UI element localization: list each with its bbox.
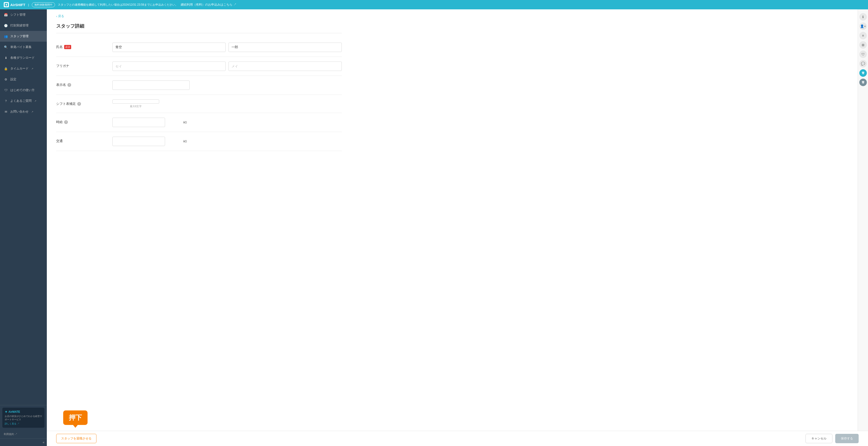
add-user-button[interactable]: 👤+: [859, 23, 867, 30]
hourly-wage-inputs: ¥0: [112, 118, 342, 127]
page-title: スタッフ詳細: [56, 23, 342, 33]
sidebar-item-設定[interactable]: ⚙ 設定: [0, 74, 47, 85]
chat-button[interactable]: 💬: [859, 60, 867, 67]
airmate-link[interactable]: 詳しく見る ↗: [5, 422, 20, 425]
transport-row: 交通 ¥0: [56, 132, 342, 151]
furigana-label: フリガナ: [56, 62, 103, 68]
required-badge: 必須: [64, 45, 71, 49]
sidebar-item-シフト管理[interactable]: 📅 シフト管理: [0, 9, 47, 20]
hourly-wage-row: 時給 ? ¥0: [56, 113, 342, 132]
sidebar-item-単発バイト募集[interactable]: 🔍 単発バイト募集: [0, 42, 47, 53]
avatar-2[interactable]: 青: [859, 78, 867, 86]
shift-supplement-row: シフト表補足 ? 最大8文字: [56, 95, 342, 113]
display-name-row: 表示名 ?: [56, 76, 342, 95]
display-name-input[interactable]: [112, 81, 190, 90]
external-link-icon: ↗: [34, 100, 36, 102]
bottom-actions: キャンセル 保存する: [806, 434, 859, 443]
name-label: 氏名 必須: [56, 42, 103, 49]
name-row: 氏名 必須: [56, 38, 342, 57]
main-content: ‹ 戻る スタッフ詳細 氏名 必須 フリガナ: [47, 9, 858, 446]
download-icon: ⬇: [4, 56, 8, 60]
bottom-bar: スタッフを退職させる キャンセル 保存する: [47, 431, 868, 446]
hourly-wage-suffix: ¥0: [183, 121, 187, 124]
sidebar-item-label: はじめての使い方: [10, 88, 35, 92]
right-panel: ℹ 👤+ ≡ ⊞ 🛡 💬 青 青 »: [858, 9, 868, 446]
hourly-wage-input[interactable]: [112, 118, 165, 127]
transport-suffix: ¥0: [183, 139, 187, 143]
name-inputs: [112, 42, 342, 52]
chevron-left-icon: ‹: [56, 14, 57, 18]
hourly-wage-help-icon[interactable]: ?: [64, 120, 68, 124]
sidebar: 📅 シフト管理 🕐 打刻実績管理 👥 スタッフ管理 🔍 単発バイト募集 ⬇ 各種…: [0, 9, 47, 446]
airmate-title: ✦ AirMATE: [5, 410, 42, 414]
airmate-banner: ✦ AirMATE お店の状況がひとめでわかる経営サポートサービス 詳しく見る …: [2, 408, 44, 428]
shield-icon: 🛡: [4, 88, 8, 92]
sidebar-collapse-button[interactable]: «: [0, 438, 47, 446]
transport-wrap: ¥0: [112, 137, 190, 146]
last-name-furigana-input[interactable]: [112, 62, 226, 71]
external-link-icon: ↗: [31, 110, 33, 113]
sidebar-item-タイムカード[interactable]: 🔒 タイムカード ↗: [0, 63, 47, 74]
logo-icon: [4, 2, 9, 7]
first-name-furigana-input[interactable]: [228, 62, 342, 71]
calendar-icon: 📅: [4, 13, 8, 17]
shift-supplement-input[interactable]: [112, 99, 159, 104]
question-icon: ?: [4, 99, 8, 103]
sidebar-item-はじめての使い方[interactable]: 🛡 はじめての使い方: [0, 85, 47, 95]
shift-supplement-wrap: 最大8文字: [112, 99, 159, 108]
banner-divider: |: [28, 3, 29, 6]
sidebar-item-スタッフ管理[interactable]: 👥 スタッフ管理: [0, 31, 47, 42]
gear-icon: ⚙: [4, 77, 8, 82]
resign-button[interactable]: スタッフを退職させる: [56, 434, 96, 443]
terms-link[interactable]: 利用規約 ↗: [0, 430, 47, 438]
display-name-help-icon[interactable]: ?: [67, 83, 71, 87]
last-name-input[interactable]: [112, 42, 226, 52]
furigana-inputs: [112, 62, 342, 71]
airmate-desc: お店の状況がひとめでわかる経営サポートサービス: [5, 415, 42, 421]
sidebar-item-各種ダウンロード[interactable]: ⬇ 各種ダウンロード: [0, 53, 47, 63]
save-button[interactable]: 保存する: [835, 434, 859, 443]
staff-icon: 👥: [4, 34, 8, 38]
transport-inputs: ¥0: [112, 137, 342, 146]
mail-icon: ✉: [4, 109, 8, 114]
transport-input[interactable]: [112, 137, 165, 146]
sidebar-item-label: 打刻実績管理: [10, 23, 29, 28]
list-button[interactable]: ≡: [859, 32, 867, 39]
back-link[interactable]: ‹ 戻る: [56, 14, 342, 18]
avatar-1[interactable]: 青: [859, 69, 867, 77]
info-button[interactable]: ℹ: [859, 13, 867, 21]
sidebar-item-label: シフト管理: [10, 13, 26, 17]
sidebar-item-お問い合わせ[interactable]: ✉ お問い合わせ ↗: [0, 106, 47, 117]
sidebar-item-label: スタッフ管理: [10, 34, 29, 38]
shift-supplement-help-icon[interactable]: ?: [77, 102, 81, 106]
top-banner: AirSHIFT | 無料体験期間中 スタッフとの連携機能を継続して利用したい場…: [0, 0, 868, 9]
banner-message: スタッフとの連携機能を継続して利用したい場合は2024/12/31 23:59ま…: [58, 3, 178, 7]
sidebar-item-label: 単発バイト募集: [10, 45, 32, 49]
shift-supplement-label: シフト表補足 ?: [56, 99, 103, 106]
logo-text: AirSHIFT: [10, 3, 25, 7]
external-link-icon: ↗: [31, 67, 33, 70]
lock-icon: 🔒: [4, 66, 8, 71]
banner-cta[interactable]: 継続利用（有料）のお申込みはこちら ↗: [181, 3, 237, 7]
furigana-row: フリガナ: [56, 57, 342, 76]
hourly-wage-label: 時給 ?: [56, 118, 103, 124]
trial-badge[interactable]: 無料体験期間中: [32, 2, 55, 7]
sidebar-item-よくあるご質問[interactable]: ? よくあるご質問 ↗: [0, 95, 47, 106]
display-name-label: 表示名 ?: [56, 81, 103, 87]
clock-table-icon: 🕐: [4, 23, 8, 28]
cancel-button[interactable]: キャンセル: [806, 434, 832, 443]
sidebar-item-打刻実績管理[interactable]: 🕐 打刻実績管理: [0, 20, 47, 31]
hourly-wage-wrap: ¥0: [112, 118, 190, 127]
sidebar-item-label: 各種ダウンロード: [10, 56, 35, 60]
char-limit: 最大8文字: [112, 105, 159, 108]
table-button[interactable]: ⊞: [859, 41, 867, 49]
sidebar-item-label: よくあるご質問: [10, 99, 32, 103]
sidebar-bottom: ✦ AirMATE お店の状況がひとめでわかる経営サポートサービス 詳しく見る …: [0, 405, 47, 446]
display-name-inputs: [112, 81, 342, 90]
transport-label: 交通: [56, 137, 103, 143]
shield-button[interactable]: 🛡: [859, 51, 867, 58]
sidebar-item-label: 設定: [10, 77, 17, 82]
logo: AirSHIFT: [4, 2, 25, 7]
sidebar-item-label: お問い合わせ: [10, 109, 29, 114]
first-name-input[interactable]: [228, 42, 342, 52]
